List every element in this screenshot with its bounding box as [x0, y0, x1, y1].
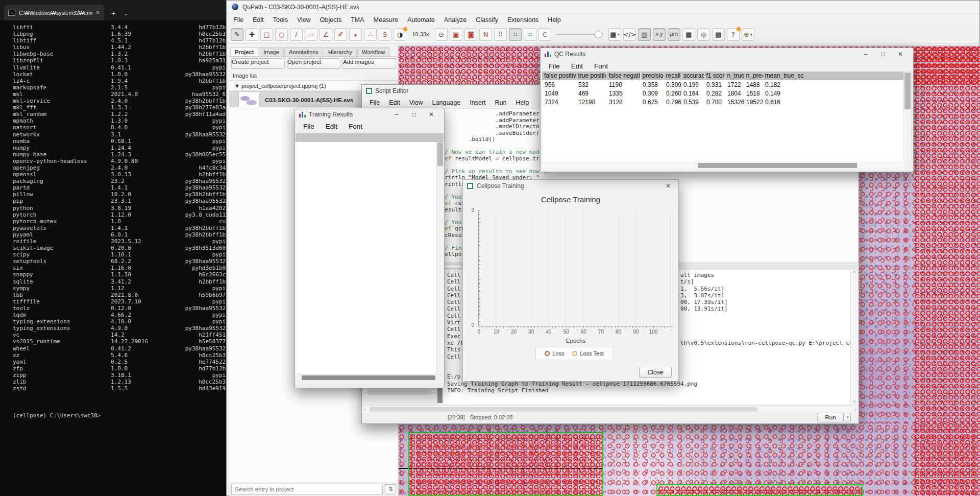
slider-thumb[interactable] [595, 31, 602, 38]
show-names-button[interactable]: N [479, 28, 492, 41]
se-menu-file[interactable]: File [365, 98, 384, 107]
scroll-thumb[interactable] [302, 375, 435, 380]
fill-detections-button[interactable]: ⠶ [524, 28, 536, 41]
scroll-thumb[interactable] [698, 163, 857, 168]
brush-tool[interactable]: ✐ [334, 28, 347, 41]
grid-button[interactable]: ▦ [682, 28, 695, 41]
se-menu-edit[interactable]: Edit [384, 98, 405, 107]
qc-table-row[interactable]: 95653211900.3580.3090.1990.331172214880.… [542, 80, 904, 89]
sort-button[interactable]: ⇅ [385, 484, 396, 494]
scroll-down-icon[interactable]: ˅ [853, 399, 856, 404]
stain-vector-button[interactable]: ⊕▾ [742, 28, 754, 41]
se-menu-view[interactable]: View [405, 98, 428, 107]
terminal-prompt[interactable]: (cellpose) C:\Users\swc38> [13, 412, 226, 419]
scroll-thumb[interactable] [370, 407, 757, 412]
show-detections-button[interactable]: ⠶ [509, 28, 522, 41]
button-create-project[interactable]: Create project [231, 58, 285, 69]
terminal-tab[interactable]: >_ C:₩Windows₩system32₩cmd ✕ [4, 5, 104, 20]
button-open-project[interactable]: Open project [287, 58, 340, 69]
minimize-icon[interactable]: – [857, 51, 874, 58]
qc-column-recall[interactable]: recall [664, 72, 681, 80]
se-menu-run[interactable]: Run [490, 98, 511, 107]
qc-column-n-true[interactable]: n_true [725, 72, 744, 80]
polyline-tool[interactable]: ∠ [320, 28, 332, 41]
help-button[interactable]: ? [727, 28, 740, 41]
se-menu-language[interactable]: Language [428, 98, 465, 107]
qupath-menu-tma[interactable]: TMA [346, 15, 369, 25]
tr-menu-font[interactable]: Font [348, 122, 369, 131]
se-menu-insert[interactable]: Insert [465, 98, 490, 107]
qc-menu-font[interactable]: Font [593, 61, 614, 71]
show-annotations-button[interactable]: ▣ [450, 28, 462, 41]
button-add-images[interactable]: Add images [342, 58, 396, 69]
annotation-rectangle-1[interactable] [408, 432, 603, 496]
tr-menu-edit[interactable]: Edit [325, 122, 344, 131]
location-button[interactable]: x,y [653, 28, 666, 41]
qc-column-false-positive[interactable]: false positive [542, 72, 576, 80]
qupath-menu-help[interactable]: Help [543, 15, 566, 25]
qc-column-n-pred[interactable]: n_pred [744, 72, 763, 80]
close-icon[interactable]: ✕ [423, 111, 440, 118]
se-menu-help[interactable]: Help [511, 98, 533, 107]
qupath-menu-measure[interactable]: Measure [369, 15, 403, 25]
tab-project[interactable]: Project [230, 47, 258, 56]
training-results-hscrollbar[interactable] [296, 374, 444, 381]
tab-annotations[interactable]: Annotations [284, 47, 323, 56]
qc-column-f1-score[interactable]: f1 score [704, 72, 725, 80]
search-input[interactable] [231, 484, 383, 494]
annotation-rectangle-2[interactable] [656, 484, 863, 496]
zoom-to-fit-button[interactable]: ⊙ [435, 28, 448, 41]
legend-loss-test[interactable]: Loss Test [572, 350, 603, 357]
counting-button[interactable]: ◎ [697, 28, 710, 41]
selection-mode-button[interactable]: S [379, 28, 391, 41]
qc-results-titlebar[interactable]: QC Results – □ ✕ [541, 48, 913, 60]
qc-column-mean-true-sc[interactable]: mean_true_sc [763, 72, 904, 80]
scroll-up-icon[interactable]: ˄ [853, 270, 856, 274]
qupath-menu-extensions[interactable]: Extensions [503, 15, 543, 25]
script-list-hscrollbar[interactable]: ‹ › [363, 389, 436, 396]
qupath-titlebar[interactable]: QuPath - C03-SKO-30-0001-A(SS)-HE.svs [227, 1, 979, 14]
qupath-menu-tools[interactable]: Tools [268, 15, 292, 25]
points-tool[interactable]: ∴ [364, 28, 377, 41]
qc-menu-edit[interactable]: Edit [570, 61, 589, 71]
scroll-thumb[interactable] [437, 143, 443, 166]
qc-menu-file[interactable]: File [548, 61, 566, 71]
command-list-button[interactable]: ▤ [712, 28, 725, 41]
polygon-tool[interactable]: ▱ [305, 28, 317, 41]
tab-hierarchy[interactable]: Hierarchy [324, 47, 357, 56]
qc-column-false-negative[interactable]: false negative [606, 72, 640, 80]
scroll-thumb[interactable] [367, 390, 432, 395]
maximize-icon[interactable]: □ [405, 111, 423, 118]
legend-loss[interactable]: Loss [545, 350, 564, 357]
qupath-menu-objects[interactable]: Objects [315, 15, 346, 25]
tab-close-icon[interactable]: ✕ [96, 10, 100, 15]
line-tool[interactable]: ∕ [290, 28, 303, 41]
tab-dropdown-button[interactable]: ⌄ [124, 11, 128, 16]
qc-table-row[interactable]: 104946913350.3090.2600.1640.282180415180… [542, 89, 904, 98]
tr-menu-file[interactable]: File [302, 122, 321, 131]
classification-button[interactable]: C [538, 28, 551, 41]
console-vscrollbar[interactable]: ˄ ˅ [850, 270, 858, 404]
scroll-left-icon[interactable]: ‹ [364, 390, 366, 395]
overview-button[interactable]: ▥ [638, 28, 651, 41]
tab-workflow[interactable]: Workflow [357, 47, 389, 56]
rectangle-tool[interactable]: □ [260, 28, 273, 41]
close-button[interactable]: Close [639, 367, 672, 378]
move-tool[interactable]: ✚ [246, 28, 258, 41]
new-tab-button[interactable]: + [111, 9, 115, 17]
qupath-menu-view[interactable]: View [292, 15, 315, 25]
qupath-menu-automate[interactable]: Automate [403, 15, 439, 25]
close-icon[interactable]: ✕ [892, 51, 909, 58]
training-results-vscrollbar[interactable] [436, 142, 444, 374]
opacity-slider[interactable] [556, 30, 603, 38]
scroll-thumb[interactable] [904, 73, 911, 109]
qc-hscrollbar[interactable] [542, 162, 904, 169]
pen-tool[interactable]: ✎ [231, 28, 243, 41]
ellipse-tool[interactable]: ○ [275, 28, 288, 41]
qc-table-row[interactable]: 73241219831280.6250.7960.5390.7001532619… [542, 98, 904, 106]
qc-column-accuracy[interactable]: accuracy [681, 72, 704, 80]
qc-vscrollbar[interactable] [903, 72, 912, 162]
run-options-button[interactable]: ▾ [845, 413, 851, 422]
close-icon[interactable]: ✕ [662, 182, 674, 190]
minimize-icon[interactable]: – [388, 111, 405, 118]
